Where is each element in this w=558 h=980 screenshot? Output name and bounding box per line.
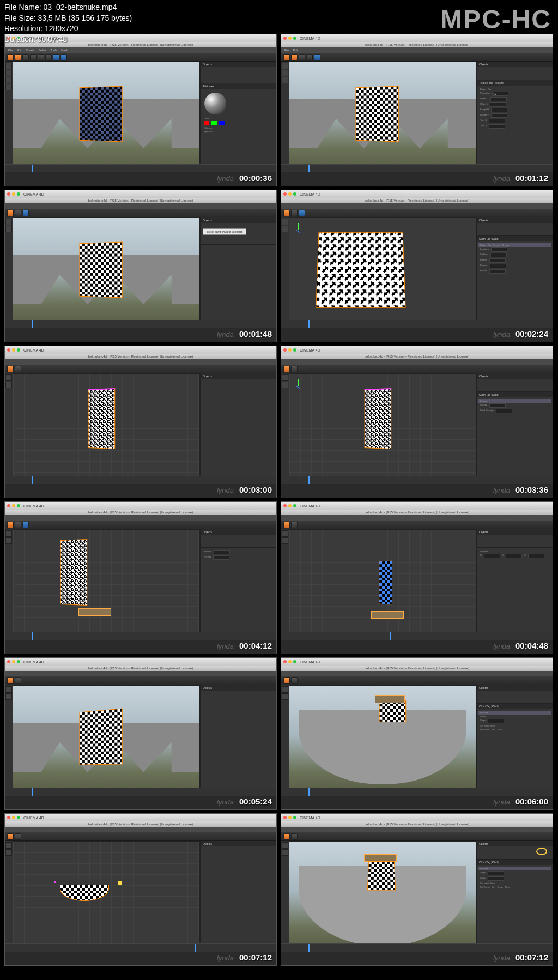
- menu-bar[interactable]: FileEditCreateSelectToolsMesh: [5, 47, 276, 53]
- watermark: lynda: [493, 642, 510, 650]
- watermark: lynda: [217, 954, 234, 962]
- objects-panel-header[interactable]: Objects: [477, 62, 553, 67]
- wind-input[interactable]: [496, 409, 512, 413]
- length-v-input[interactable]: [491, 113, 507, 118]
- menu-bar[interactable]: [5, 203, 276, 209]
- gravity-input[interactable]: [489, 403, 506, 408]
- timecode: 00:04:48: [515, 641, 548, 650]
- highlight-circle: [536, 848, 547, 855]
- cloth-plane[interactable]: [355, 86, 398, 142]
- objects-tree[interactable]: [201, 67, 276, 83]
- thumbnail[interactable]: CINEMA 4D beltnuke.c4d - [R15 Version - …: [4, 346, 277, 498]
- objects-panel-header[interactable]: Objects: [477, 217, 553, 223]
- collider-end[interactable]: [118, 881, 122, 885]
- timecode: 00:03:36: [515, 485, 548, 494]
- cloth-plane[interactable]: [379, 700, 407, 723]
- thumbnail[interactable]: CINEMA 4D beltnuke.c4d - [R15 Version - …: [281, 190, 553, 342]
- document-title: beltnuke.c4d - [R15 Version - Restricted…: [281, 821, 553, 827]
- move-tool-icon[interactable]: [30, 54, 37, 61]
- texture-tag-header[interactable]: Texture Tag [Texture]: [477, 80, 553, 86]
- flexion-input[interactable]: [489, 258, 506, 263]
- watermark: lynda: [493, 798, 510, 806]
- poly-mode-icon[interactable]: [5, 84, 12, 90]
- cube-primitive-icon[interactable]: [53, 54, 59, 61]
- document-title: beltnuke.c4d - [R15 Version - Restricted…: [5, 510, 276, 515]
- friction-input[interactable]: [489, 269, 506, 274]
- timeline-bar[interactable]: [281, 164, 553, 186]
- thumbnail[interactable]: CINEMA 4D beltnuke.c4d - [R15 Version - …: [281, 657, 553, 810]
- cloth-plane[interactable]: [79, 242, 122, 298]
- spline-icon[interactable]: [60, 54, 67, 61]
- timecode: 00:06:00: [515, 797, 548, 806]
- watermark: lynda: [217, 486, 234, 494]
- collider-box[interactable]: [371, 611, 404, 619]
- undo-icon[interactable]: [7, 54, 14, 61]
- objects-tree[interactable]: Select same Project Selection: [201, 223, 276, 245]
- collider-box[interactable]: [375, 695, 405, 703]
- model-mode-icon[interactable]: [5, 63, 12, 69]
- rotate-tool-icon[interactable]: [45, 54, 52, 61]
- material-preview-sphere[interactable]: [204, 93, 226, 114]
- objects-panel-header[interactable]: Objects: [201, 62, 276, 67]
- objects-tree[interactable]: [477, 67, 553, 80]
- context-menu[interactable]: Select same Project Selection: [203, 228, 246, 235]
- objects-panel-header[interactable]: Objects: [201, 217, 276, 223]
- objects-tree[interactable]: [477, 846, 553, 860]
- document-title: beltnuke.c4d - [R15 Version - Restricted…: [281, 354, 553, 359]
- collider-box[interactable]: [364, 854, 397, 862]
- thumbnail[interactable]: CINEMA 4D beltnuke.c4d - [R15 Version - …: [281, 501, 553, 654]
- cloth-plane[interactable]: [88, 388, 115, 449]
- main-toolbar[interactable]: [5, 209, 276, 217]
- select-tool-icon[interactable]: [22, 54, 29, 61]
- redo-icon[interactable]: [15, 54, 21, 61]
- main-toolbar[interactable]: [5, 53, 276, 62]
- edge-mode-icon[interactable]: [5, 77, 12, 83]
- thumbnail[interactable]: CINEMA 4D beltnuke.c4d - [R15 Version - …: [4, 501, 277, 654]
- tiles-u-input[interactable]: [489, 119, 505, 123]
- cloth-tag-header[interactable]: Cloth Tag [Cloth]: [477, 236, 553, 241]
- file-info-overlay: File Name: 03_02-beltsnuke.mp4 File Size…: [4, 2, 132, 45]
- cloth-plane-draped[interactable]: [367, 861, 395, 890]
- watermark: lynda: [493, 954, 510, 962]
- thumbnail[interactable]: CINEMA 4D beltnuke.c4d - [R15 Version - …: [281, 813, 553, 966]
- main-toolbar[interactable]: [281, 53, 553, 62]
- document-title: beltnuke.c4d - [R15 Version - Restricted…: [5, 354, 276, 359]
- cloth-plane[interactable]: [79, 709, 122, 765]
- cloth-plane[interactable]: [364, 388, 391, 449]
- offset-u-input[interactable]: [490, 97, 507, 101]
- attributes-header[interactable]: Attributes: [201, 83, 276, 89]
- menu-bar[interactable]: [281, 203, 553, 209]
- cloth-plane[interactable]: [316, 232, 406, 307]
- scale-tool-icon[interactable]: [38, 54, 44, 61]
- point-mode-icon[interactable]: [5, 70, 12, 76]
- tiles-v-input[interactable]: [489, 124, 505, 129]
- collider-box[interactable]: [78, 608, 111, 616]
- timeline-bar[interactable]: [5, 164, 276, 186]
- offset-v-input[interactable]: [490, 102, 506, 107]
- thumbnail[interactable]: CINEMA 4D - Window beltnuke.c4d - [R15 V…: [4, 34, 277, 186]
- watermark: lynda: [217, 798, 234, 806]
- window-titlebar: CINEMA 4D: [281, 34, 553, 42]
- length-u-input[interactable]: [491, 108, 507, 112]
- iterations-input[interactable]: [491, 247, 507, 252]
- bounce-input[interactable]: [490, 264, 506, 268]
- thumbnail[interactable]: CINEMA 4D beltnuke.c4d - [R15 Version - …: [281, 34, 553, 186]
- document-title: beltnuke.c4d - [R15 Version - Restricted…: [5, 821, 276, 827]
- cloth-plane[interactable]: [60, 539, 87, 606]
- cloth-plane-collapsed[interactable]: [379, 560, 392, 604]
- menu-bar[interactable]: FileEdit: [281, 47, 553, 53]
- fix-point-left[interactable]: [54, 881, 56, 883]
- cloth-tag-header[interactable]: Cloth Tag [Cloth]: [477, 392, 553, 397]
- cloth-plane[interactable]: [79, 86, 122, 142]
- thumbnail[interactable]: CINEMA 4D beltnuke.c4d - [R15 Version - …: [4, 813, 277, 966]
- watermark: lynda: [217, 330, 234, 338]
- projection-select[interactable]: [492, 92, 508, 96]
- timecode: 00:00:36: [239, 173, 272, 183]
- thumbnail[interactable]: CINEMA 4D beltnuke.c4d - [R15 Version - …: [281, 346, 553, 498]
- thumbnail[interactable]: CINEMA 4D beltnuke.c4d - [R15 Version - …: [4, 190, 277, 342]
- stiffness-input[interactable]: [490, 253, 507, 257]
- watermark: lynda: [217, 174, 234, 183]
- document-title: beltnuke.c4d - [R15 Version - Restricted…: [5, 666, 276, 671]
- watermark: lynda: [493, 174, 510, 183]
- thumbnail[interactable]: CINEMA 4D beltnuke.c4d - [R15 Version - …: [4, 657, 277, 810]
